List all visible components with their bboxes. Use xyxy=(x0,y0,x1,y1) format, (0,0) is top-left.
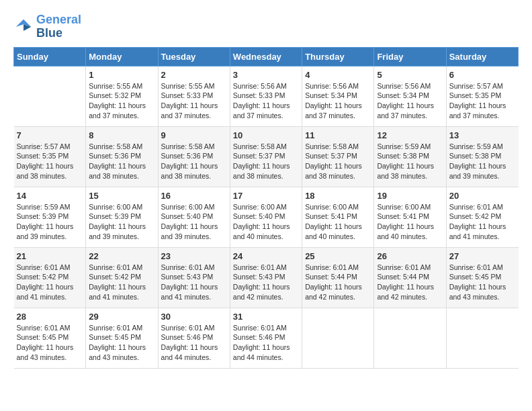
day-info: Sunrise: 5:56 AMSunset: 5:33 PMDaylight:… xyxy=(233,81,299,121)
calendar-cell: 7Sunrise: 5:57 AMSunset: 5:35 PMDaylight… xyxy=(14,126,86,187)
calendar-cell: 31Sunrise: 6:01 AMSunset: 5:46 PMDayligh… xyxy=(230,308,302,368)
header-wednesday: Wednesday xyxy=(230,47,302,66)
day-info: Sunrise: 6:01 AMSunset: 5:42 PMDaylight:… xyxy=(89,263,154,302)
header-sunday: Sunday xyxy=(14,47,86,66)
day-info: Sunrise: 6:00 AMSunset: 5:41 PMDaylight:… xyxy=(305,202,371,242)
day-number: 31 xyxy=(233,312,299,322)
calendar-cell: 15Sunrise: 6:00 AMSunset: 5:39 PMDayligh… xyxy=(86,187,158,247)
calendar-cell: 12Sunrise: 5:59 AMSunset: 5:38 PMDayligh… xyxy=(374,126,446,187)
calendar-cell: 6Sunrise: 5:57 AMSunset: 5:35 PMDaylight… xyxy=(446,66,518,126)
page-header: GeneralBlue xyxy=(13,13,519,40)
day-info: Sunrise: 6:01 AMSunset: 5:42 PMDaylight:… xyxy=(449,202,516,242)
calendar-week-row: 28Sunrise: 6:01 AMSunset: 5:45 PMDayligh… xyxy=(14,308,519,368)
day-number: 16 xyxy=(161,191,227,201)
day-info: Sunrise: 5:58 AMSunset: 5:37 PMDaylight:… xyxy=(305,142,371,181)
calendar-week-row: 14Sunrise: 5:59 AMSunset: 5:39 PMDayligh… xyxy=(14,187,519,247)
day-info: Sunrise: 6:01 AMSunset: 5:45 PMDaylight:… xyxy=(89,323,154,363)
day-number: 14 xyxy=(17,191,83,201)
logo: GeneralBlue xyxy=(13,13,81,40)
day-info: Sunrise: 5:58 AMSunset: 5:36 PMDaylight:… xyxy=(89,142,154,181)
calendar-cell: 13Sunrise: 5:59 AMSunset: 5:38 PMDayligh… xyxy=(446,126,518,187)
logo-icon xyxy=(13,17,34,37)
calendar-cell: 29Sunrise: 6:01 AMSunset: 5:45 PMDayligh… xyxy=(86,308,158,368)
calendar-cell: 2Sunrise: 5:55 AMSunset: 5:33 PMDaylight… xyxy=(158,66,230,126)
logo-text: GeneralBlue xyxy=(36,13,81,40)
day-number: 3 xyxy=(233,70,299,80)
day-number: 26 xyxy=(377,251,443,261)
calendar-header-row: SundayMondayTuesdayWednesdayThursdayFrid… xyxy=(14,47,519,66)
day-info: Sunrise: 5:59 AMSunset: 5:38 PMDaylight:… xyxy=(449,142,516,181)
day-number: 10 xyxy=(233,130,299,140)
calendar-cell xyxy=(446,308,518,368)
calendar-cell: 30Sunrise: 6:01 AMSunset: 5:46 PMDayligh… xyxy=(158,308,230,368)
calendar-week-row: 21Sunrise: 6:01 AMSunset: 5:42 PMDayligh… xyxy=(14,247,519,308)
day-number: 28 xyxy=(17,312,83,322)
day-number: 17 xyxy=(233,191,299,201)
calendar-cell xyxy=(302,308,374,368)
day-info: Sunrise: 6:01 AMSunset: 5:44 PMDaylight:… xyxy=(305,263,371,302)
day-number: 12 xyxy=(377,130,443,140)
header-thursday: Thursday xyxy=(302,47,374,66)
day-info: Sunrise: 6:01 AMSunset: 5:45 PMDaylight:… xyxy=(449,263,516,302)
header-friday: Friday xyxy=(374,47,446,66)
calendar-table: SundayMondayTuesdayWednesdayThursdayFrid… xyxy=(13,47,519,369)
day-info: Sunrise: 5:57 AMSunset: 5:35 PMDaylight:… xyxy=(449,81,516,121)
calendar-cell: 11Sunrise: 5:58 AMSunset: 5:37 PMDayligh… xyxy=(302,126,374,187)
day-info: Sunrise: 6:01 AMSunset: 5:46 PMDaylight:… xyxy=(161,323,227,363)
calendar-week-row: 7Sunrise: 5:57 AMSunset: 5:35 PMDaylight… xyxy=(14,126,519,187)
calendar-cell: 19Sunrise: 6:00 AMSunset: 5:41 PMDayligh… xyxy=(374,187,446,247)
day-info: Sunrise: 6:00 AMSunset: 5:39 PMDaylight:… xyxy=(89,202,154,242)
calendar-cell: 3Sunrise: 5:56 AMSunset: 5:33 PMDaylight… xyxy=(230,66,302,126)
day-info: Sunrise: 6:01 AMSunset: 5:46 PMDaylight:… xyxy=(233,323,299,363)
calendar-cell: 28Sunrise: 6:01 AMSunset: 5:45 PMDayligh… xyxy=(14,308,86,368)
day-info: Sunrise: 5:55 AMSunset: 5:33 PMDaylight:… xyxy=(161,81,227,121)
day-info: Sunrise: 6:00 AMSunset: 5:40 PMDaylight:… xyxy=(161,202,227,242)
day-number: 25 xyxy=(305,251,371,261)
calendar-cell: 16Sunrise: 6:00 AMSunset: 5:40 PMDayligh… xyxy=(158,187,230,247)
calendar-week-row: 1Sunrise: 5:55 AMSunset: 5:32 PMDaylight… xyxy=(14,66,519,126)
calendar-cell: 18Sunrise: 6:00 AMSunset: 5:41 PMDayligh… xyxy=(302,187,374,247)
calendar-cell: 5Sunrise: 5:56 AMSunset: 5:34 PMDaylight… xyxy=(374,66,446,126)
calendar-cell xyxy=(14,66,86,126)
day-number: 23 xyxy=(161,251,227,261)
day-number: 7 xyxy=(17,130,83,140)
calendar-cell: 20Sunrise: 6:01 AMSunset: 5:42 PMDayligh… xyxy=(446,187,518,247)
day-number: 20 xyxy=(449,191,516,201)
day-info: Sunrise: 5:59 AMSunset: 5:38 PMDaylight:… xyxy=(377,142,443,181)
day-number: 2 xyxy=(161,70,227,80)
calendar-cell xyxy=(374,308,446,368)
calendar-cell: 25Sunrise: 6:01 AMSunset: 5:44 PMDayligh… xyxy=(302,247,374,308)
header-tuesday: Tuesday xyxy=(158,47,230,66)
calendar-cell: 24Sunrise: 6:01 AMSunset: 5:43 PMDayligh… xyxy=(230,247,302,308)
day-number: 8 xyxy=(89,130,154,140)
calendar-cell: 1Sunrise: 5:55 AMSunset: 5:32 PMDaylight… xyxy=(86,66,158,126)
day-number: 6 xyxy=(449,70,516,80)
day-number: 11 xyxy=(305,130,371,140)
day-number: 29 xyxy=(89,312,154,322)
day-info: Sunrise: 6:01 AMSunset: 5:45 PMDaylight:… xyxy=(17,323,83,363)
day-number: 18 xyxy=(305,191,371,201)
day-info: Sunrise: 5:59 AMSunset: 5:39 PMDaylight:… xyxy=(17,202,83,242)
day-number: 27 xyxy=(449,251,516,261)
day-info: Sunrise: 6:01 AMSunset: 5:43 PMDaylight:… xyxy=(233,263,299,302)
day-number: 5 xyxy=(377,70,443,80)
calendar-cell: 10Sunrise: 5:58 AMSunset: 5:37 PMDayligh… xyxy=(230,126,302,187)
day-number: 19 xyxy=(377,191,443,201)
day-number: 22 xyxy=(89,251,154,261)
day-number: 1 xyxy=(89,70,154,80)
calendar-cell: 4Sunrise: 5:56 AMSunset: 5:34 PMDaylight… xyxy=(302,66,374,126)
day-info: Sunrise: 5:58 AMSunset: 5:36 PMDaylight:… xyxy=(161,142,227,181)
day-number: 24 xyxy=(233,251,299,261)
day-number: 30 xyxy=(161,312,227,322)
calendar-cell: 17Sunrise: 6:00 AMSunset: 5:40 PMDayligh… xyxy=(230,187,302,247)
calendar-cell: 8Sunrise: 5:58 AMSunset: 5:36 PMDaylight… xyxy=(86,126,158,187)
day-info: Sunrise: 5:57 AMSunset: 5:35 PMDaylight:… xyxy=(17,142,83,181)
day-number: 13 xyxy=(449,130,516,140)
calendar-cell: 27Sunrise: 6:01 AMSunset: 5:45 PMDayligh… xyxy=(446,247,518,308)
day-info: Sunrise: 6:01 AMSunset: 5:43 PMDaylight:… xyxy=(161,263,227,302)
day-info: Sunrise: 5:55 AMSunset: 5:32 PMDaylight:… xyxy=(89,81,154,121)
calendar-cell: 26Sunrise: 6:01 AMSunset: 5:44 PMDayligh… xyxy=(374,247,446,308)
calendar-cell: 23Sunrise: 6:01 AMSunset: 5:43 PMDayligh… xyxy=(158,247,230,308)
calendar-cell: 14Sunrise: 5:59 AMSunset: 5:39 PMDayligh… xyxy=(14,187,86,247)
day-info: Sunrise: 6:01 AMSunset: 5:44 PMDaylight:… xyxy=(377,263,443,302)
